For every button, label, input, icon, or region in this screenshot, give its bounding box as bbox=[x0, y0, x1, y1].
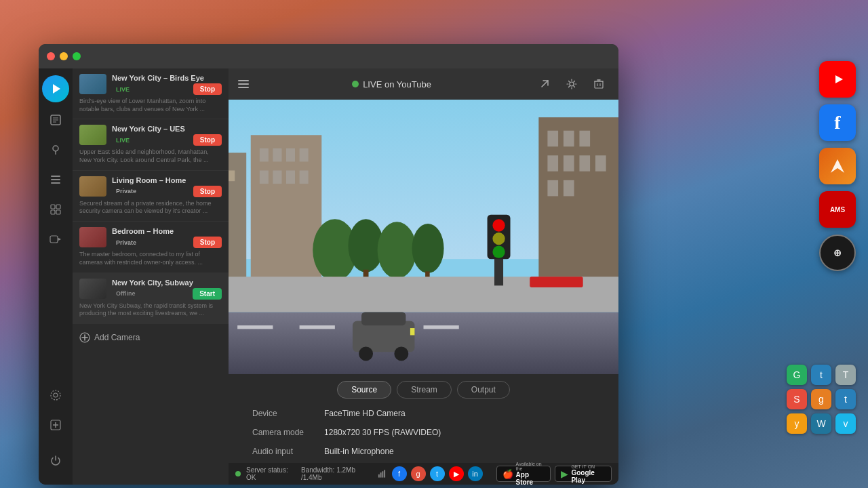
app-store-badge[interactable]: 🍎 Available on the App Store bbox=[496, 466, 551, 482]
svg-rect-87 bbox=[382, 471, 383, 477]
googleplus-social-btn[interactable]: g bbox=[411, 466, 426, 481]
traffic-lights bbox=[47, 52, 81, 60]
ams-dock-icon[interactable]: AMS bbox=[819, 191, 856, 228]
camera-status: LIVE bbox=[112, 85, 134, 94]
tab-output[interactable]: Output bbox=[457, 381, 510, 399]
svg-rect-73 bbox=[424, 325, 459, 329]
nav-location-icon[interactable] bbox=[43, 138, 68, 162]
mini-icon-5[interactable]: g bbox=[811, 389, 831, 409]
menu-icon[interactable] bbox=[238, 80, 249, 88]
live-dot bbox=[352, 81, 359, 87]
camera-item[interactable]: New York City – UES LIVE Stop Upper East… bbox=[73, 119, 229, 170]
mini-icon-8[interactable]: W bbox=[811, 413, 831, 434]
nav-video-icon[interactable] bbox=[43, 227, 68, 251]
svg-rect-14 bbox=[56, 205, 60, 209]
minimize-button[interactable] bbox=[60, 52, 68, 60]
camera-item[interactable]: Bedroom – Home Private Stop The master b… bbox=[73, 222, 229, 272]
camera-item[interactable]: Living Room – Home Private Stop Secured … bbox=[73, 171, 229, 222]
svg-rect-17 bbox=[50, 236, 58, 243]
live-indicator: LIVE on YouTube bbox=[257, 79, 526, 89]
svg-rect-58 bbox=[547, 180, 558, 197]
nav-plus-icon[interactable] bbox=[43, 413, 68, 437]
nav-sidebar bbox=[39, 68, 73, 485]
mini-icon-6[interactable]: t bbox=[835, 389, 856, 409]
camera-action-button[interactable]: Stop bbox=[193, 134, 222, 146]
svg-rect-10 bbox=[51, 176, 60, 177]
mini-icon-7[interactable]: y bbox=[787, 413, 807, 434]
maximize-button[interactable] bbox=[73, 52, 81, 60]
camera-description: Secured stream of a private residence, t… bbox=[79, 200, 222, 216]
camera-thumbnail bbox=[79, 227, 106, 247]
camera-action-button[interactable]: Start bbox=[193, 288, 222, 300]
mini-icon-2[interactable]: t bbox=[811, 365, 831, 385]
main-area: LIVE on YouTube bbox=[229, 68, 618, 485]
settings-button[interactable] bbox=[561, 74, 582, 94]
camera-action-button[interactable]: Stop bbox=[193, 237, 222, 248]
social-icons: f g t ▶ in bbox=[392, 466, 483, 481]
mini-icon-3[interactable]: T bbox=[835, 365, 856, 385]
svg-rect-11 bbox=[51, 179, 60, 180]
delete-button[interactable] bbox=[589, 74, 609, 94]
svg-rect-47 bbox=[273, 171, 281, 184]
nav-list-icon[interactable] bbox=[43, 167, 68, 192]
tab-row: Source Stream Output bbox=[239, 381, 608, 399]
facebook-social-btn[interactable]: f bbox=[392, 466, 407, 481]
camera-status: Private bbox=[112, 187, 140, 195]
camera-action-button[interactable]: Stop bbox=[193, 186, 222, 197]
close-button[interactable] bbox=[47, 52, 55, 60]
svg-rect-69 bbox=[229, 312, 618, 374]
svg-rect-49 bbox=[300, 171, 309, 184]
right-dock: f AMS ⊕ bbox=[819, 61, 856, 271]
camera-item[interactable]: New York City, Subway Offline Start New … bbox=[73, 273, 229, 324]
camera-list: New York City – Birds Eye LIVE Stop Bird… bbox=[73, 68, 229, 485]
app-content: New York City – Birds Eye LIVE Stop Bird… bbox=[39, 68, 618, 485]
mini-icon-4[interactable]: S bbox=[787, 389, 807, 409]
google-play-badge[interactable]: ▶ GET IT ON Google Play bbox=[555, 466, 612, 482]
svg-rect-51 bbox=[547, 131, 558, 147]
camera-mode-value: 868x488 30 FPS (RAWVIDEO) bbox=[324, 428, 595, 437]
svg-marker-2 bbox=[831, 159, 844, 173]
server-status-dot bbox=[235, 471, 241, 476]
svg-rect-59 bbox=[564, 180, 574, 197]
svg-point-66 bbox=[412, 224, 444, 273]
title-bar bbox=[39, 44, 618, 68]
nav-grid-icon[interactable] bbox=[43, 197, 68, 222]
tab-stream[interactable]: Stream bbox=[397, 381, 452, 399]
camera-action-button[interactable]: Stop bbox=[193, 83, 222, 95]
twitter-social-btn[interactable]: t bbox=[430, 466, 445, 481]
mini-icon-9[interactable]: v bbox=[835, 413, 856, 434]
svg-rect-54 bbox=[547, 155, 558, 171]
nav-book-icon[interactable] bbox=[43, 108, 68, 132]
source-info-grid: Device FaceTime HD Camera Camera mode 12… bbox=[239, 409, 608, 456]
svg-rect-85 bbox=[378, 474, 380, 478]
svg-rect-44 bbox=[286, 148, 295, 162]
youtube-social-btn[interactable]: ▶ bbox=[449, 466, 464, 481]
linkedin-social-btn[interactable]: in bbox=[468, 466, 483, 481]
nav-power-icon[interactable] bbox=[43, 448, 68, 472]
add-camera-button[interactable]: Add Camera bbox=[73, 324, 229, 351]
svg-marker-3 bbox=[53, 84, 60, 94]
svg-rect-16 bbox=[56, 210, 60, 214]
nav-logo[interactable] bbox=[42, 75, 69, 102]
store-badges: 🍎 Available on the App Store ▶ GET IT ON… bbox=[496, 466, 612, 482]
share-button[interactable] bbox=[534, 74, 555, 94]
google-play-label: Google Play bbox=[571, 469, 606, 484]
svg-point-77 bbox=[394, 347, 408, 361]
svg-rect-75 bbox=[361, 312, 406, 326]
bandwidth-text: Bandwidth: 1.2Mb /1.4Mb bbox=[301, 466, 372, 481]
camera-name: New York City – Birds Eye bbox=[112, 74, 222, 82]
youtube-dock-icon[interactable] bbox=[819, 61, 856, 98]
nimble-dock-icon[interactable] bbox=[819, 148, 856, 184]
camera-item[interactable]: New York City – Birds Eye LIVE Stop Bird… bbox=[73, 68, 229, 119]
facebook-dock-icon[interactable]: f bbox=[819, 104, 856, 141]
svg-point-81 bbox=[492, 219, 505, 231]
svg-rect-71 bbox=[300, 325, 335, 329]
mini-icon-1[interactable]: G bbox=[787, 365, 807, 385]
svg-point-19 bbox=[54, 393, 58, 397]
s5-dock-icon[interactable]: ⊕ bbox=[819, 235, 856, 271]
nav-settings-icon[interactable] bbox=[43, 383, 68, 407]
tab-source[interactable]: Source bbox=[337, 381, 391, 399]
camera-name: Bedroom – Home bbox=[112, 227, 222, 235]
camera-name: New York City, Subway bbox=[112, 279, 222, 287]
audio-input-label: Audio input bbox=[252, 447, 304, 456]
